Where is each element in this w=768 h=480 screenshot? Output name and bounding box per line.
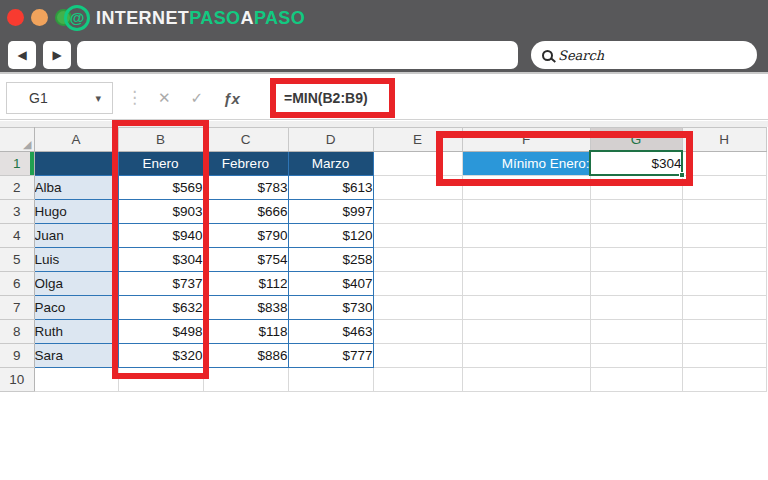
cell-empty[interactable] (373, 272, 462, 296)
cell-empty[interactable] (462, 320, 590, 344)
cell-name[interactable]: Ruth (34, 320, 118, 344)
cell-name[interactable]: Paco (34, 296, 118, 320)
cell-g1-selected-result[interactable]: $304 (590, 152, 682, 176)
cell-name[interactable]: Sara (34, 344, 118, 368)
row-number[interactable]: 5 (0, 248, 34, 272)
cell-marzo[interactable]: $120 (288, 224, 373, 248)
cell-name[interactable]: Hugo (34, 200, 118, 224)
cell-empty[interactable] (373, 176, 462, 200)
address-bar-input[interactable] (77, 41, 518, 69)
cell-enero[interactable]: $903 (118, 200, 203, 224)
close-window-icon[interactable] (7, 9, 24, 26)
cell-empty[interactable] (462, 200, 590, 224)
confirm-icon[interactable]: ✓ (191, 89, 204, 107)
cell-empty[interactable] (462, 176, 590, 200)
cell-empty[interactable] (682, 320, 766, 344)
cell-marzo[interactable]: $463 (288, 320, 373, 344)
chevron-down-icon[interactable]: ▾ (95, 92, 101, 105)
column-header-f[interactable]: F (462, 128, 590, 152)
column-header-h[interactable]: H (682, 128, 766, 152)
cell-empty[interactable] (288, 368, 373, 392)
cell-empty[interactable] (682, 176, 766, 200)
row-number[interactable]: 10 (0, 368, 34, 392)
cell-empty[interactable] (373, 320, 462, 344)
cell-enero[interactable]: $498 (118, 320, 203, 344)
cell-name[interactable]: Luis (34, 248, 118, 272)
cell-name[interactable]: Olga (34, 272, 118, 296)
cell-empty[interactable] (462, 344, 590, 368)
row-number[interactable]: 2 (0, 176, 34, 200)
cell-enero[interactable]: $737 (118, 272, 203, 296)
cell-name[interactable]: Juan (34, 224, 118, 248)
cell-empty[interactable] (590, 320, 682, 344)
cell-empty[interactable] (462, 368, 590, 392)
row-number[interactable]: 8 (0, 320, 34, 344)
cell-enero[interactable]: $569 (118, 176, 203, 200)
insert-function-icon[interactable]: ƒx (223, 90, 240, 107)
cell-empty[interactable] (462, 296, 590, 320)
cell-f1-summary-label[interactable]: Mínimo Enero: (462, 152, 590, 176)
cell-b1-header-enero[interactable]: Enero (118, 152, 203, 176)
cell-empty[interactable] (682, 344, 766, 368)
cell-empty[interactable] (682, 200, 766, 224)
cell-empty[interactable] (373, 248, 462, 272)
cell-empty[interactable] (462, 272, 590, 296)
row-number[interactable]: 7 (0, 296, 34, 320)
cell-name-box[interactable]: G1 ▾ (6, 82, 113, 114)
cell-febrero[interactable]: $666 (203, 200, 288, 224)
cell-h1[interactable] (682, 152, 766, 176)
column-header-e[interactable]: E (373, 128, 462, 152)
cell-marzo[interactable]: $613 (288, 176, 373, 200)
cell-empty[interactable] (590, 248, 682, 272)
cell-marzo[interactable]: $777 (288, 344, 373, 368)
cell-enero[interactable]: $304 (118, 248, 203, 272)
cell-febrero[interactable]: $886 (203, 344, 288, 368)
back-button[interactable]: ◀ (8, 41, 36, 69)
cell-empty[interactable] (34, 368, 118, 392)
cell-empty[interactable] (118, 368, 203, 392)
row-number[interactable]: 3 (0, 200, 34, 224)
cell-empty[interactable] (203, 368, 288, 392)
row-number[interactable]: 4 (0, 224, 34, 248)
cell-e1[interactable] (373, 152, 462, 176)
cell-marzo[interactable]: $407 (288, 272, 373, 296)
cell-name[interactable]: Alba (34, 176, 118, 200)
cell-empty[interactable] (373, 344, 462, 368)
cell-febrero[interactable]: $838 (203, 296, 288, 320)
cell-empty[interactable] (590, 176, 682, 200)
cell-febrero[interactable]: $783 (203, 176, 288, 200)
search-box[interactable]: Search (531, 41, 757, 69)
cell-empty[interactable] (590, 296, 682, 320)
cell-empty[interactable] (682, 296, 766, 320)
cell-empty[interactable] (373, 296, 462, 320)
cell-febrero[interactable]: $112 (203, 272, 288, 296)
cell-marzo[interactable]: $258 (288, 248, 373, 272)
cell-empty[interactable] (373, 368, 462, 392)
cell-febrero[interactable]: $790 (203, 224, 288, 248)
cell-febrero[interactable]: $754 (203, 248, 288, 272)
cell-c1-header-febrero[interactable]: Febrero (203, 152, 288, 176)
cell-marzo[interactable]: $997 (288, 200, 373, 224)
cell-empty[interactable] (682, 368, 766, 392)
minimize-window-icon[interactable] (31, 9, 48, 26)
column-header-d[interactable]: D (288, 128, 373, 152)
cell-empty[interactable] (373, 200, 462, 224)
cell-empty[interactable] (590, 200, 682, 224)
select-all-corner[interactable]: ◢ (0, 128, 34, 152)
column-header-c[interactable]: C (203, 128, 288, 152)
cell-empty[interactable] (682, 224, 766, 248)
cell-d1-header-marzo[interactable]: Marzo (288, 152, 373, 176)
column-header-a[interactable]: A (34, 128, 118, 152)
column-header-b[interactable]: B (118, 128, 203, 152)
cell-enero[interactable]: $320 (118, 344, 203, 368)
row-number[interactable]: 6 (0, 272, 34, 296)
row-number[interactable]: 9 (0, 344, 34, 368)
cell-enero[interactable]: $632 (118, 296, 203, 320)
cell-empty[interactable] (682, 248, 766, 272)
cell-a1[interactable] (34, 152, 118, 176)
cell-empty[interactable] (590, 224, 682, 248)
cell-empty[interactable] (590, 272, 682, 296)
cell-empty[interactable] (682, 272, 766, 296)
cancel-icon[interactable]: ✕ (158, 89, 171, 107)
cell-enero[interactable]: $940 (118, 224, 203, 248)
